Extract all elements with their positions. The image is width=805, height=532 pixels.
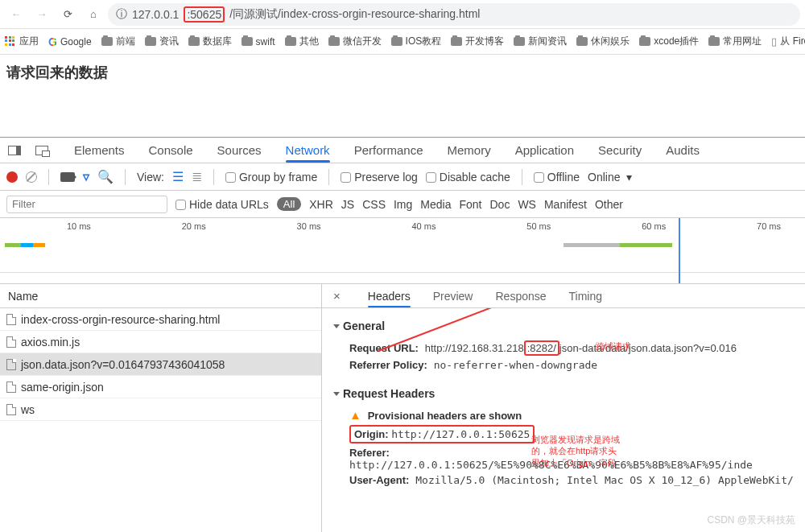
- bookmark-folder[interactable]: 前端: [101, 35, 135, 48]
- bookmark-folder[interactable]: 常用网址: [708, 35, 762, 48]
- filter-js[interactable]: JS: [341, 198, 354, 211]
- folder-icon: [451, 37, 462, 46]
- tab-audits[interactable]: Audits: [666, 143, 700, 157]
- network-body: Name index-cross-orgin-resource-sharing.…: [0, 284, 805, 532]
- dock-side-icon[interactable]: [8, 146, 21, 155]
- file-icon: [6, 314, 16, 325]
- throttling-select[interactable]: Online ▾: [588, 171, 632, 184]
- folder-icon: [514, 37, 525, 46]
- bookmarks-bar: 应用 GGoogle 前端 资讯 数据库 swift 其他 微信开发 IOS教程…: [0, 29, 805, 55]
- folder-icon: [576, 37, 588, 46]
- detail-tab-headers[interactable]: Headers: [368, 290, 411, 303]
- hide-data-urls-checkbox[interactable]: Hide data URLs: [175, 198, 269, 211]
- file-icon: [6, 336, 16, 348]
- bookmark-folder[interactable]: 其他: [285, 35, 319, 48]
- section-general[interactable]: General: [333, 320, 794, 332]
- filter-css[interactable]: CSS: [362, 198, 386, 211]
- devtools-panel: Elements Console Sources Network Perform…: [0, 137, 805, 532]
- detail-tab-timing[interactable]: Timing: [569, 290, 603, 303]
- bookmark-folder[interactable]: swift: [242, 36, 275, 47]
- tl-mark: 40 ms: [345, 221, 460, 231]
- user-agent-row: User-Agent: Mozilla/5.0 (Macintosh; Inte…: [333, 472, 794, 488]
- offline-checkbox[interactable]: Offline: [534, 171, 580, 184]
- folder-icon: [639, 37, 650, 46]
- group-by-frame-checkbox[interactable]: Group by frame: [225, 171, 317, 184]
- bookmark-folder[interactable]: 新闻资讯: [514, 35, 567, 48]
- url-bar[interactable]: ⓘ 127.0.0.1:50625/同源测试/index-cross-orgin…: [108, 3, 800, 26]
- tab-console[interactable]: Console: [149, 143, 193, 157]
- tl-mark: 50 ms: [460, 221, 575, 231]
- timeline-seg: [620, 243, 672, 247]
- request-list-header[interactable]: Name: [0, 284, 321, 308]
- page-content: 请求回来的数据: [0, 55, 805, 137]
- filter-manifest[interactable]: Manifest: [544, 198, 587, 211]
- folder-icon: [145, 37, 156, 46]
- request-row[interactable]: index-cross-orgin-resource-sharing.html: [0, 308, 321, 331]
- bookmark-folder[interactable]: xcode插件: [639, 35, 699, 48]
- bookmark-firefox-import[interactable]: ▯从 Firefox 导入: [771, 35, 805, 48]
- close-detail-button[interactable]: ×: [333, 289, 341, 303]
- bookmark-folder[interactable]: 微信开发: [328, 35, 382, 48]
- request-row[interactable]: ws: [0, 398, 321, 421]
- device-toggle-icon[interactable]: [35, 146, 48, 155]
- port-highlight: :8282/: [524, 340, 559, 356]
- filter-font[interactable]: Font: [459, 198, 481, 211]
- detail-tab-response[interactable]: Response: [495, 290, 546, 303]
- annotation-cross-origin: 跨域请求: [596, 340, 631, 353]
- detail-tab-preview[interactable]: Preview: [433, 290, 473, 303]
- request-row[interactable]: json.data.json?v=0.01647937436041058: [0, 353, 321, 376]
- provisional-warning: ▲ Provisional headers are shown: [333, 406, 794, 423]
- filter-input[interactable]: [6, 196, 167, 213]
- clear-button[interactable]: [26, 171, 37, 183]
- tl-mark: 70 ms: [690, 221, 805, 231]
- bookmark-folder[interactable]: IOS教程: [391, 35, 442, 48]
- timeline-playhead[interactable]: [679, 218, 680, 283]
- bookmark-google[interactable]: GGoogle: [48, 35, 92, 48]
- tab-network[interactable]: Network: [286, 143, 330, 157]
- tl-mark: 60 ms: [575, 221, 690, 231]
- waterfall-icon[interactable]: ≣: [192, 169, 202, 184]
- tab-security[interactable]: Security: [598, 143, 642, 157]
- warning-icon: ▲: [349, 408, 361, 422]
- folder-icon: [285, 37, 296, 46]
- bookmark-folder[interactable]: 休闲娱乐: [576, 35, 630, 48]
- home-button[interactable]: ⌂: [82, 3, 105, 26]
- request-row[interactable]: axios.min.js: [0, 331, 321, 353]
- apps-button[interactable]: 应用: [5, 35, 39, 48]
- disclosure-triangle-icon: [333, 392, 340, 396]
- folder-icon: [242, 37, 253, 46]
- filter-doc[interactable]: Doc: [489, 198, 510, 211]
- record-button[interactable]: [6, 171, 18, 183]
- filter-other[interactable]: Other: [595, 198, 623, 211]
- url-host: 127.0.0.1: [132, 8, 179, 21]
- large-rows-icon[interactable]: ☰: [172, 169, 184, 184]
- filter-img[interactable]: Img: [394, 198, 412, 211]
- csdn-watermark: CSDN @景天科技苑: [707, 513, 795, 527]
- firefox-icon: ▯: [771, 35, 777, 47]
- bookmark-folder[interactable]: 数据库: [188, 35, 232, 48]
- tab-memory[interactable]: Memory: [448, 143, 491, 157]
- filter-toggle-icon[interactable]: ▿: [83, 169, 89, 184]
- screenshot-icon[interactable]: [60, 172, 75, 182]
- network-toolbar: ▿ 🔍 View: ☰ ≣ Group by frame Preserve lo…: [0, 163, 805, 191]
- filter-media[interactable]: Media: [420, 198, 451, 211]
- search-icon[interactable]: 🔍: [97, 169, 114, 184]
- network-timeline[interactable]: 10 ms 20 ms 30 ms 40 ms 50 ms 60 ms 70 m…: [0, 218, 805, 284]
- back-button[interactable]: ←: [5, 3, 27, 26]
- bookmark-folder[interactable]: 开发博客: [451, 35, 504, 48]
- tab-performance[interactable]: Performance: [354, 143, 423, 157]
- browser-nav-bar: ← → ⟳ ⌂ ⓘ 127.0.0.1:50625/同源测试/index-cro…: [0, 0, 805, 29]
- request-row[interactable]: same-origin.json: [0, 376, 321, 398]
- reload-button[interactable]: ⟳: [56, 3, 79, 26]
- filter-ws[interactable]: WS: [518, 198, 536, 211]
- disable-cache-checkbox[interactable]: Disable cache: [426, 171, 510, 184]
- tab-application[interactable]: Application: [515, 143, 574, 157]
- forward-button[interactable]: →: [31, 3, 53, 26]
- bookmark-folder[interactable]: 资讯: [145, 35, 179, 48]
- preserve-log-checkbox[interactable]: Preserve log: [341, 171, 418, 184]
- section-request-headers[interactable]: Request Headers: [333, 387, 794, 400]
- tab-sources[interactable]: Sources: [217, 143, 262, 157]
- filter-xhr[interactable]: XHR: [309, 198, 333, 211]
- tab-elements[interactable]: Elements: [74, 143, 125, 157]
- filter-all[interactable]: All: [277, 197, 301, 211]
